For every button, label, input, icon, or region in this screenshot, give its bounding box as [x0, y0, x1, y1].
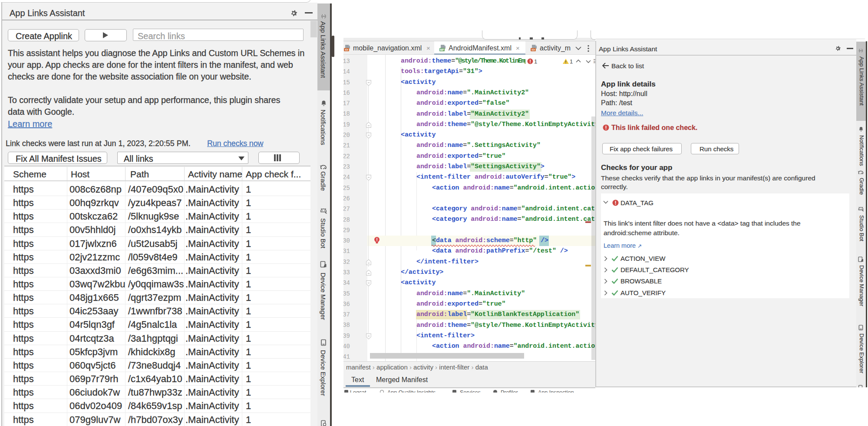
svg-text:1: 1	[570, 58, 573, 65]
svg-text:1: 1	[534, 58, 537, 65]
svg-text:<>: <>	[345, 48, 348, 51]
svg-text:<>: <>	[531, 48, 535, 51]
svg-text:MF: MF	[440, 48, 444, 51]
